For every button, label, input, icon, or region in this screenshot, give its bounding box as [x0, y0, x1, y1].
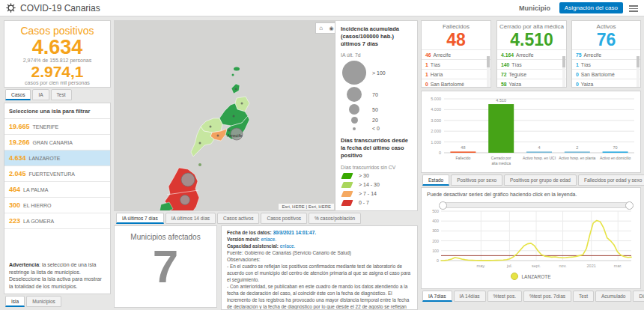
tab-ia-14-dias[interactable]: IA últimos 14 días: [165, 213, 216, 224]
map-city-label: Arrecife: [227, 133, 243, 138]
svg-text:alta médica: alta médica: [491, 161, 511, 165]
mobile-version-link[interactable]: enlace.: [261, 237, 276, 242]
tab-casos[interactable]: Casos: [5, 89, 31, 100]
map-legend: Incidencia acumulada (casos/100000 hab.)…: [335, 21, 417, 210]
tab-fallecidos-edad-sexo[interactable]: Fallecidos por edad y sexo: [578, 174, 644, 186]
svg-text:500: 500: [432, 209, 439, 213]
list-item: 0San Bartolomé: [422, 79, 490, 88]
island-row-fuerteventura[interactable]: 2.045 FUERTEVENTURA: [4, 166, 110, 182]
tab-positivos-sexo[interactable]: Positivos por sexo: [451, 174, 502, 186]
color-swatch: [341, 182, 353, 188]
list-item: 1Tías: [572, 59, 640, 69]
virus-icon[interactable]: ◉: [329, 24, 334, 32]
legend-days-subtitle: Días trascurridos sin CV: [341, 165, 412, 170]
color-swatch: [341, 173, 353, 179]
list-item: 72Teguise: [497, 69, 566, 79]
svg-text:2021: 2021: [587, 264, 596, 268]
cases-tabs: Casos IA Test: [5, 89, 73, 100]
cerrado-card: Cerrado por alta médica 4.510 4.164Arrec…: [496, 20, 567, 88]
tab-municipios[interactable]: Municipios: [26, 296, 61, 307]
svg-text:mar.: mar.: [614, 264, 622, 268]
scrollbar[interactable]: [637, 56, 640, 88]
tab-test[interactable]: Test: [573, 291, 594, 302]
list-item: 46Arrecife: [422, 49, 490, 59]
scrollbar[interactable]: [487, 56, 490, 88]
svg-text:300: 300: [432, 228, 439, 233]
home-icon[interactable]: ⌂: [319, 24, 323, 32]
tab-ia14dias[interactable]: IA 14días: [454, 291, 486, 302]
svg-text:4.510: 4.510: [496, 98, 506, 103]
svg-text:jul.: jul.: [506, 264, 513, 268]
capacity-link[interactable]: enlace.: [280, 243, 296, 249]
size-circle: [342, 61, 366, 85]
island-row-la-gomera[interactable]: 223 LA GOMERA: [4, 213, 110, 229]
svg-text:2.000: 2.000: [431, 129, 441, 133]
svg-text:0: 0: [437, 258, 439, 263]
positive-cases-title: Casos positivos: [4, 25, 110, 37]
positive-cases-percent: 2,974% de 155.812 personas: [4, 58, 110, 63]
size-circle: [347, 87, 362, 102]
list-item: 58Yaiza: [497, 79, 566, 88]
svg-text:0: 0: [439, 151, 441, 155]
tab-casos-poblacion[interactable]: % casos/población: [309, 213, 361, 224]
size-circle: [353, 127, 356, 130]
svg-text:2: 2: [576, 145, 578, 150]
tab-ia[interactable]: IA: [32, 89, 49, 100]
scrollbar[interactable]: [562, 56, 565, 88]
svg-text:sept.: sept.: [532, 264, 541, 268]
island-row-gran-canaria[interactable]: 19.266 GRAN CANARIA: [4, 135, 110, 151]
svg-text:Activo hosp. en planta: Activo hosp. en planta: [559, 156, 595, 160]
virus-icon: [6, 3, 16, 13]
tab-positivos-edad[interactable]: Positivos por grupo de edad: [504, 174, 577, 186]
observations-label: Observaciones:: [227, 257, 412, 264]
positive-cases-rate-label: casos por cien mil personas: [4, 80, 110, 85]
svg-text:400: 400: [432, 219, 439, 223]
island-filter-header: Seleccione una isla para filtrar: [4, 103, 110, 119]
island-row-la-palma[interactable]: 464 LA PALMA: [4, 182, 110, 198]
legend-ia-subtitle: IA últ. 7d: [341, 52, 412, 58]
positive-cases-total: 4.634: [4, 37, 110, 58]
island-row-lanzarote[interactable]: 4.634 LANZAROTE: [4, 151, 110, 166]
list-item: 75Arrecife: [572, 49, 640, 59]
island-filter-panel: Seleccione una isla para filtrar 19.665 …: [4, 103, 111, 294]
assign-case-button[interactable]: Asignación del caso: [559, 2, 623, 13]
ia-line-chart: 0100200300400500may.jul.sept.nov.2021mar…: [422, 208, 640, 273]
data-date-value: 30/3/2021 14:01:47.: [273, 230, 316, 235]
tab-diario[interactable]: Diario: [633, 291, 644, 302]
activos-card: Activos 76 75Arrecife 1Tías 0San Bartolo…: [571, 20, 641, 88]
tab-casos-activos[interactable]: Casos activos: [217, 213, 259, 224]
affected-municipalities-value: 7: [115, 241, 216, 292]
top-bar: COVID-19 Canarias Municipio Asignación d…: [0, 0, 644, 16]
note: - Con anterioridad, se publicaban en est…: [227, 284, 412, 310]
tab-test[interactable]: Test: [51, 89, 72, 100]
svg-text:48: 48: [461, 145, 465, 150]
svg-text:nov.: nov.: [559, 264, 567, 268]
tab-casos-positivos[interactable]: Casos positivos: [261, 213, 307, 224]
positive-cases-panel: Casos positivos 4.634 2,974% de 155.812 …: [4, 20, 111, 88]
state-tabs: Estado Positivos por sexo Positivos por …: [422, 174, 644, 186]
svg-text:1.000: 1.000: [431, 140, 441, 145]
tab-ia-7-dias[interactable]: IA últimos 7 días: [116, 213, 164, 224]
tab-ia7dias[interactable]: IA 7días: [422, 291, 452, 302]
list-item: 140Tías: [497, 59, 566, 69]
note: - En el cuadro se reflejan los positivos…: [227, 264, 412, 284]
tab-test-pos-7dias[interactable]: %test pos. 7días: [523, 291, 571, 302]
tab-estado[interactable]: Estado: [422, 174, 449, 186]
series-legend[interactable]: LANZAROTE: [422, 273, 640, 280]
tab-acumulado[interactable]: Acumulado: [595, 291, 632, 302]
municipio-label: Municipio: [519, 4, 550, 12]
size-circle: [349, 104, 359, 115]
app-title: COVID-19 Canarias: [20, 3, 100, 13]
menu-icon[interactable]: [629, 4, 638, 13]
map-panel[interactable]: Arrecife ⌂ ◉ Esri, HERE | Esri, HERE Inc…: [114, 20, 418, 211]
island-row-tenerife[interactable]: 19.665 TENERIFE: [4, 119, 110, 135]
chart-zoom-scrollbar[interactable]: [441, 202, 631, 208]
svg-text:5.000: 5.000: [431, 97, 441, 101]
positive-cases-rate: 2.974,1: [4, 63, 110, 80]
tab-test-pos[interactable]: %test pos.: [487, 291, 522, 302]
map-tabs: IA últimos 7 días IA últimos 14 días Cas…: [116, 213, 362, 224]
svg-text:Activo en domicilio: Activo en domicilio: [600, 156, 631, 160]
affected-municipalities-panel: Municipios afectados 7: [114, 225, 217, 308]
tab-isla[interactable]: Isla: [5, 296, 25, 307]
island-row-el-hierro[interactable]: 300 EL HIERRO: [4, 198, 110, 213]
